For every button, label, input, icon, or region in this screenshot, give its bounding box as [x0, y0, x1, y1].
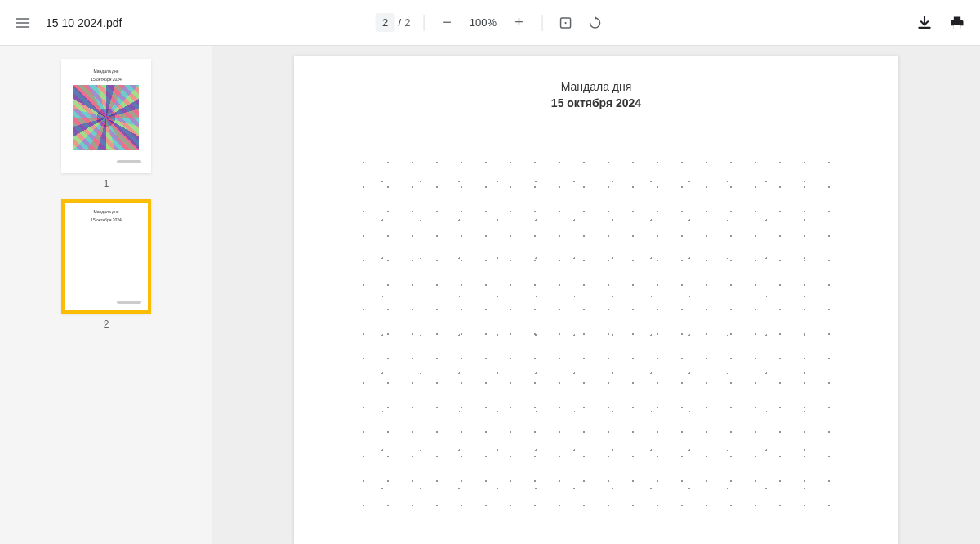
fit-to-page-icon[interactable] [555, 13, 575, 33]
thumbnail-page-2[interactable]: Мандала дня 15 октября 2024 [61, 199, 151, 314]
page-date: 15 октября 2024 [551, 96, 641, 109]
thumb-date: 15 октября 2024 [91, 217, 122, 222]
thumbnail-page-1[interactable]: Мандала дня 15 октября 2024 [61, 59, 151, 173]
svg-point-1 [564, 21, 566, 23]
thumbnail-label-2: 2 [104, 319, 109, 330]
rotate-icon[interactable] [585, 13, 604, 33]
thumbnail-container-2: Мандала дня 15 октября 2024 2 [61, 199, 151, 330]
page-indicator: 2 / 2 [376, 13, 411, 32]
toolbar-center: 2 / 2 − 100% + [376, 13, 605, 33]
main-document-view[interactable]: Мандала дня 15 октября 2024 [212, 46, 980, 544]
svg-rect-2 [954, 25, 960, 29]
zoom-value[interactable]: 100% [466, 16, 499, 29]
zoom-in-button[interactable]: + [509, 13, 528, 33]
print-icon[interactable] [947, 13, 967, 33]
zoom-controls: − 100% + [437, 13, 528, 33]
thumbnail-sidebar: Мандала дня 15 октября 2024 1 Мандала дн… [0, 46, 212, 544]
divider [541, 15, 542, 31]
thumb-footer [117, 160, 141, 163]
toolbar-right [915, 13, 967, 33]
content: Мандала дня 15 октября 2024 1 Мандала дн… [0, 46, 980, 544]
file-title: 15 10 2024.pdf [46, 16, 122, 29]
thumbnail-container-1: Мандала дня 15 октября 2024 1 [61, 59, 151, 190]
thumbnail-label-1: 1 [104, 178, 109, 190]
page-current-input[interactable]: 2 [376, 13, 395, 32]
thumb-footer [117, 301, 141, 304]
page-total: 2 [404, 16, 410, 29]
download-icon[interactable] [915, 13, 934, 33]
divider [423, 15, 424, 31]
page-heading: Мандала дня [561, 80, 632, 93]
mandala-preview-icon [74, 85, 139, 150]
thumb-date: 15 октября 2024 [91, 77, 122, 82]
menu-icon[interactable] [13, 13, 33, 33]
toolbar: 15 10 2024.pdf 2 / 2 − 100% + [0, 0, 980, 46]
mandala-dot-grid [351, 150, 841, 519]
toolbar-left: 15 10 2024.pdf [13, 13, 122, 33]
zoom-out-button[interactable]: − [437, 13, 457, 33]
document-page: Мандала дня 15 октября 2024 [294, 56, 898, 544]
page-separator: / [399, 16, 402, 29]
dots-preview-icon [74, 225, 139, 291]
thumb-title: Мандала дня [94, 209, 119, 214]
thumb-title: Мандала дня [94, 69, 119, 74]
